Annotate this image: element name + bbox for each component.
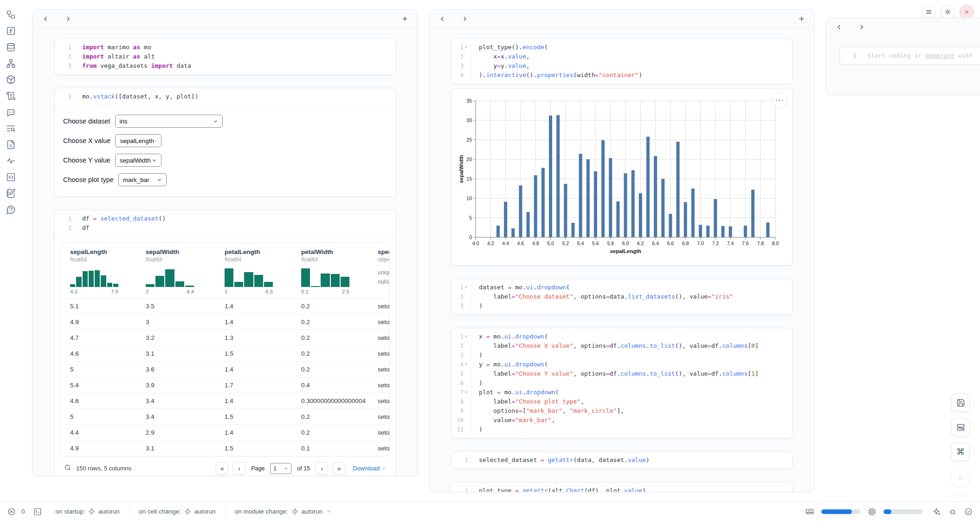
table-row[interactable]: 4.63.11.50.2setosa xyxy=(61,346,389,362)
chevron-left-icon[interactable] xyxy=(41,15,50,23)
add-cell-icon[interactable] xyxy=(797,15,806,23)
column-header[interactable]: speciesobjectunique:nulls: xyxy=(368,243,390,298)
table-row[interactable]: 5.13.51.40.2setosa xyxy=(61,299,389,314)
chevron-left-icon[interactable] xyxy=(835,23,843,32)
network-icon[interactable] xyxy=(6,58,16,68)
settings-button[interactable] xyxy=(941,5,955,19)
column-header[interactable]: petalWidthfloat640.12.5 xyxy=(292,243,368,298)
cpu-usage-bar xyxy=(883,509,922,514)
code-editor[interactable]: 1∨x = mo.ui.dropdown(2 label="Choose X v… xyxy=(451,328,792,438)
table-row[interactable]: 5.43.91.70.4setosa xyxy=(61,378,389,393)
terminal-button[interactable] xyxy=(33,508,42,516)
table-cell: 3.2 xyxy=(136,330,215,345)
column-header[interactable]: petalLengthfloat6416.9 xyxy=(215,243,292,298)
chart-menu-button[interactable] xyxy=(772,92,787,108)
code-snippet-icon[interactable] xyxy=(6,172,16,182)
dropdown-x-value[interactable]: sepalLength xyxy=(115,134,161,147)
altair-chart-output[interactable]: 051015202530354.04.24.44.64.85.05.25.45.… xyxy=(451,88,793,266)
code-editor[interactable]: 1Start coding or generate with xyxy=(840,47,980,64)
table-cell: 5 xyxy=(61,409,136,424)
table-cell: setosa xyxy=(368,362,390,377)
svg-text:35: 35 xyxy=(466,98,472,104)
code-editor[interactable]: 1plot_type = getattr(alt.Chart(df), plot… xyxy=(451,482,792,492)
control-label: Choose X value xyxy=(63,137,110,144)
bot-chat-icon[interactable] xyxy=(6,107,16,117)
code-line: 1df = selected_dataset() xyxy=(55,214,395,223)
table-cell: 1.5 xyxy=(215,409,292,424)
code-editor[interactable]: 1df = selected_dataset()2df xyxy=(55,210,395,236)
save-button[interactable] xyxy=(951,393,970,412)
table-row[interactable]: 4.93.11.50.1setosa xyxy=(61,441,389,456)
cell-dataframe: 1df = selected_dataset()2df sepalLengthf… xyxy=(54,210,396,475)
table-row[interactable]: 4.42.91.40.2setosa xyxy=(61,425,389,441)
shutdown-button[interactable] xyxy=(960,5,974,19)
code-editor[interactable]: 1import marimo as mo2import altair as al… xyxy=(55,39,395,74)
code-editor[interactable]: 1mo.vstack([dataset, x, y, plot]) xyxy=(55,88,395,105)
workflow-icon[interactable] xyxy=(6,9,16,20)
bar xyxy=(534,175,537,237)
bar-chart[interactable]: 051015202530354.04.24.44.64.85.05.25.45.… xyxy=(458,95,786,259)
code-editor[interactable]: 1selected_dataset = getattr(data, datase… xyxy=(451,452,792,469)
help-circle-icon[interactable] xyxy=(6,204,16,215)
dropdown-y-value[interactable]: sepalWidth xyxy=(115,154,161,167)
scroll-icon[interactable] xyxy=(6,91,16,101)
on-module-change-setting[interactable]: on module change: autorun xyxy=(231,508,336,515)
table-cell: setosa xyxy=(368,314,390,330)
menu-button[interactable] xyxy=(922,5,936,19)
dropdown-dataset[interactable]: iris xyxy=(115,115,223,128)
table-row[interactable]: 4.63.41.40.30000000000000004setosa xyxy=(61,393,389,409)
copilot-button[interactable] xyxy=(948,508,957,516)
column-header[interactable]: sepalWidthfloat6424.4 xyxy=(136,243,215,298)
ai-sparkles-button[interactable] xyxy=(933,508,941,516)
next-page-button[interactable]: › xyxy=(316,462,328,475)
code-editor[interactable]: 1∨dataset = mo.ui.dropdown(2 label="Choo… xyxy=(451,279,792,314)
first-page-button[interactable]: « xyxy=(216,462,228,475)
command-palette-button[interactable]: ⌘ xyxy=(951,443,970,461)
stop-button[interactable] xyxy=(950,467,971,488)
svg-text:sepalWidth: sepalWidth xyxy=(458,155,464,183)
table-row[interactable]: 4.931.40.2setosa xyxy=(61,314,389,330)
chevron-right-icon[interactable] xyxy=(64,15,72,23)
column-header[interactable]: sepalLengthfloat644.37.9 xyxy=(61,243,136,298)
database-icon[interactable] xyxy=(6,42,16,52)
document-icon[interactable] xyxy=(6,139,16,150)
download-button[interactable]: Download xyxy=(353,465,386,472)
notebook-pen-icon[interactable] xyxy=(6,188,16,198)
table-row[interactable]: 4.73.21.30.2setosa xyxy=(61,330,389,346)
table-cell: 0.2 xyxy=(292,362,368,377)
chevron-left-icon[interactable] xyxy=(438,15,446,23)
table-cell: setosa xyxy=(368,330,390,345)
function-square-icon[interactable] xyxy=(6,26,16,36)
code-editor[interactable]: 1∨plot_type().encode(2 x=x.value,3 y=y.v… xyxy=(451,39,792,84)
cell-dataset-dropdown: 1∨dataset = mo.ui.dropdown(2 label="Choo… xyxy=(451,279,793,315)
activity-icon[interactable] xyxy=(6,156,16,166)
last-page-button[interactable]: » xyxy=(333,462,345,475)
dropdown-plot-type[interactable]: mark_bar xyxy=(118,173,167,186)
search-icon[interactable] xyxy=(64,464,71,473)
table-row[interactable]: 53.61.40.2setosa xyxy=(61,362,389,378)
bar xyxy=(609,158,612,237)
svg-text:4.6: 4.6 xyxy=(517,241,524,246)
table-cell: 4.7 xyxy=(61,330,136,345)
cell-plot-type: 1plot_type = getattr(alt.Chart(df), plot… xyxy=(451,482,793,492)
bar xyxy=(714,199,717,237)
on-cell-change-setting[interactable]: on cell change: autorun xyxy=(135,508,219,515)
chevron-right-icon[interactable] xyxy=(857,23,865,32)
on-startup-setting[interactable]: on startup: autorun xyxy=(52,508,124,515)
bar xyxy=(571,223,574,237)
connection-status-button[interactable] xyxy=(964,508,973,516)
table-cell: setosa xyxy=(368,378,390,393)
list-search-icon[interactable] xyxy=(6,123,16,133)
bar xyxy=(677,142,680,237)
errors-indicator[interactable] xyxy=(7,508,16,516)
table-row[interactable]: 53.41.50.2setosa xyxy=(61,409,389,425)
control-label: Choose Y value xyxy=(63,156,110,164)
code-line: 10 value="mark_bar", xyxy=(451,416,792,425)
prev-page-button[interactable]: ‹ xyxy=(233,462,245,475)
page-select[interactable]: 1 xyxy=(270,463,291,474)
layout-button[interactable] xyxy=(951,418,970,436)
package-icon[interactable] xyxy=(6,74,16,85)
chevron-right-icon[interactable] xyxy=(460,15,469,23)
code-line: 6) xyxy=(451,378,792,388)
add-cell-icon[interactable] xyxy=(400,15,409,23)
